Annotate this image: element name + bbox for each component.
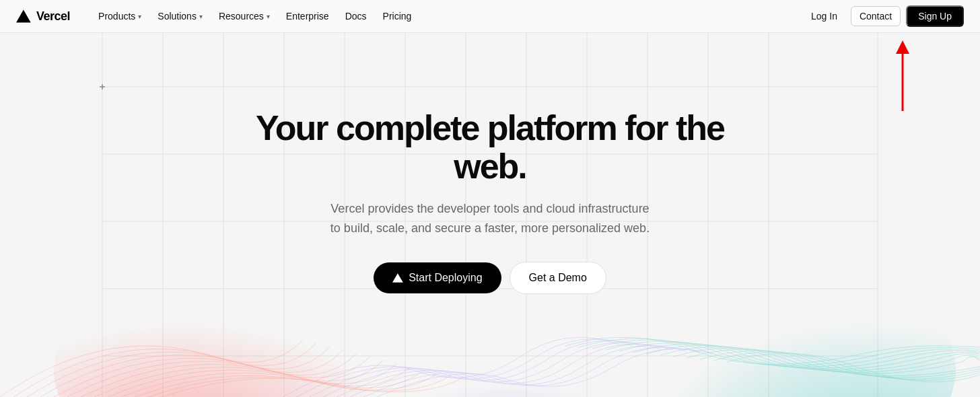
nav-item-enterprise[interactable]: Enterprise: [279, 7, 336, 26]
hero-section: Your complete platform for the web. Verc…: [0, 33, 980, 397]
hero-subtitle: Vercel provides the developer tools and …: [330, 199, 650, 238]
nav-item-solutions[interactable]: Solutions ▾: [151, 7, 209, 26]
main-content: Your complete platform for the web. Verc…: [0, 0, 980, 397]
chevron-down-icon: ▾: [199, 13, 203, 20]
nav-right: Log In Contact Sign Up: [803, 5, 964, 27]
vercel-logo-icon: [16, 9, 31, 24]
hero-title: Your complete platform for the web.: [254, 109, 726, 186]
get-demo-button[interactable]: Get a Demo: [510, 262, 606, 294]
logo[interactable]: Vercel: [16, 9, 70, 24]
hero-buttons: Start Deploying Get a Demo: [374, 262, 606, 294]
navbar: Vercel Products ▾ Solutions ▾ Resources …: [0, 0, 980, 33]
start-deploying-button[interactable]: Start Deploying: [374, 262, 501, 293]
chevron-down-icon: ▾: [138, 13, 141, 20]
contact-button[interactable]: Contact: [851, 6, 901, 26]
chevron-down-icon: ▾: [267, 13, 270, 20]
vercel-triangle-icon: [392, 273, 403, 283]
nav-links: Products ▾ Solutions ▾ Resources ▾ Enter…: [92, 7, 803, 26]
signup-button[interactable]: Sign Up: [906, 5, 964, 27]
logo-text: Vercel: [36, 9, 70, 24]
nav-item-resources[interactable]: Resources ▾: [212, 7, 277, 26]
nav-item-docs[interactable]: Docs: [339, 7, 374, 26]
nav-item-pricing[interactable]: Pricing: [376, 7, 419, 26]
login-button[interactable]: Log In: [803, 7, 845, 26]
nav-item-products[interactable]: Products ▾: [92, 7, 148, 26]
